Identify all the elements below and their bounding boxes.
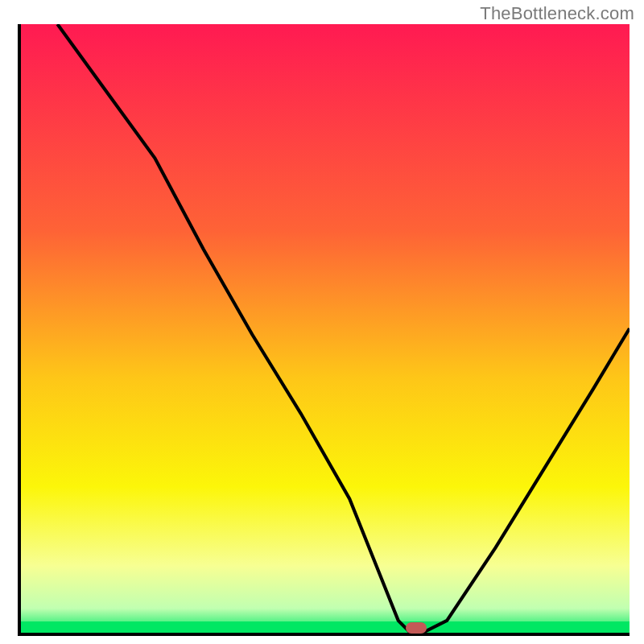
- chart-container: TheBottleneck.com: [0, 0, 644, 644]
- svg-rect-0: [21, 24, 630, 633]
- optimal-point-marker: [406, 622, 427, 634]
- attribution-label: TheBottleneck.com: [480, 3, 634, 24]
- plot-area: [18, 24, 630, 636]
- heat-gradient: [21, 24, 630, 633]
- green-baseline-band: [21, 621, 630, 633]
